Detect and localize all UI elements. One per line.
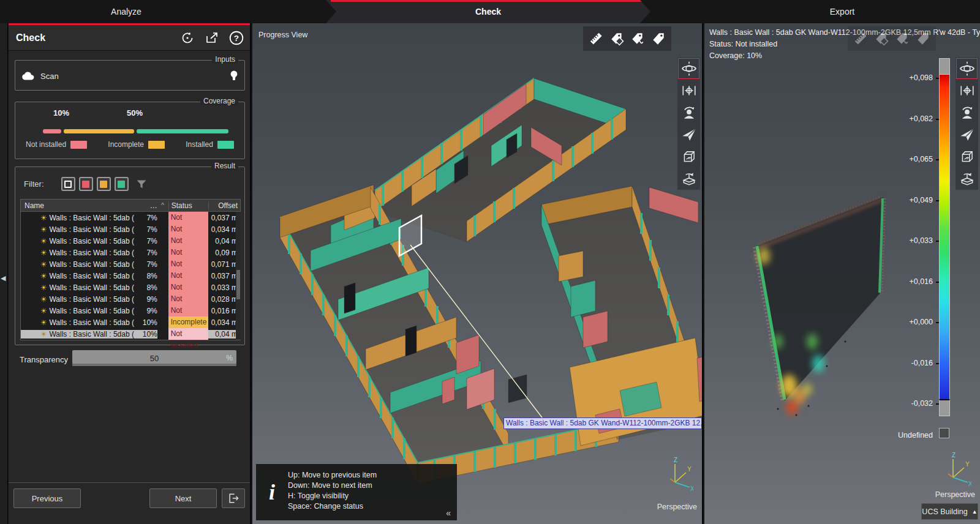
undefined-swatch[interactable]	[939, 428, 949, 438]
detail-view-3d[interactable]: Walls : Basic Wall : 5dab GK Wand-W112-1…	[704, 23, 980, 524]
annotation-toolbar-disabled	[848, 26, 936, 51]
tag-remove-icon[interactable]	[609, 31, 625, 47]
table-scrollbar[interactable]	[236, 212, 241, 340]
column-offset[interactable]: Offset	[208, 201, 240, 210]
transparency-slider[interactable]: 50 %	[72, 350, 236, 366]
pan-tool-button[interactable]	[956, 80, 978, 102]
ucs-selector-label: UCS Building	[922, 507, 967, 516]
projection-mode-label[interactable]: Perspective	[935, 490, 975, 499]
svg-text:Z: Z	[674, 457, 677, 463]
footer-divider	[9, 482, 250, 483]
column-status[interactable]: Status	[168, 201, 209, 210]
offset-color-scale	[939, 58, 950, 416]
filter-checkbox-incomplete[interactable]	[97, 177, 111, 191]
tag-remove-icon[interactable]	[873, 31, 889, 47]
bulb-icon[interactable]	[230, 70, 238, 82]
ucs-dropdown-arrow-icon: ▲	[972, 509, 978, 515]
previous-button[interactable]: Previous	[13, 488, 81, 508]
undefined-label: Undefined	[896, 431, 933, 440]
measure-icon[interactable]	[853, 31, 869, 47]
scale-tick-label: -0,032	[896, 399, 933, 408]
result-table-header[interactable]: Name … ^ Status Offset	[21, 200, 240, 212]
table-row[interactable]: ☀Walls : Basic Wall : 5dab (7%Not instal…	[21, 212, 240, 223]
table-row[interactable]: ☀Walls : Basic Wall : 5dab (10%Not insta…	[21, 328, 240, 340]
scale-tick-label: +0,082	[896, 114, 933, 123]
turntable-tool-button[interactable]	[956, 168, 978, 190]
table-row[interactable]: ☀Walls : Basic Wall : 5dab (10%Incomplet…	[21, 316, 240, 328]
panel-collapse-rail: ◀	[0, 23, 8, 524]
panel-title: Check	[16, 32, 45, 43]
scan-input-row[interactable]: Scan	[21, 67, 238, 85]
sort-ascending-icon[interactable]: ^	[157, 202, 168, 209]
tab-export[interactable]: Export	[704, 0, 980, 23]
next-button[interactable]: Next	[149, 488, 217, 508]
table-row[interactable]: ☀Walls : Basic Wall : 5dab (8%Not instal…	[21, 282, 240, 293]
view-cube-tool-button[interactable]	[956, 146, 978, 168]
table-row[interactable]: ☀Walls : Basic Wall : 5dab (7%Not instal…	[21, 258, 240, 270]
selected-wall-highlight[interactable]	[399, 215, 421, 256]
shortcut-line: Up: Move to previous item	[288, 470, 377, 481]
pan-tool-button[interactable]	[677, 80, 700, 102]
fly-tool-button[interactable]	[956, 124, 978, 146]
tag-wave-icon[interactable]	[894, 31, 910, 47]
sun-visibility-icon: ☀	[40, 260, 47, 269]
table-row[interactable]: ☀Walls : Basic Wall : 5dab (7%Not instal…	[21, 235, 240, 247]
table-row[interactable]: ☀Walls : Basic Wall : 5dab (7%Not instal…	[21, 223, 240, 235]
orbit-tool-button[interactable]	[956, 58, 978, 80]
coverage-slider-segment-incomplete[interactable]	[64, 129, 134, 133]
shortcut-line: Down: Move to next item	[288, 481, 377, 491]
status-badge: Not installed	[168, 293, 209, 305]
status-badge: Not installed	[168, 235, 209, 247]
view-cube-tool-button[interactable]	[677, 146, 700, 168]
sun-visibility-icon: ☀	[40, 237, 47, 245]
coverage-slider-segment-not-installed[interactable]	[43, 129, 61, 133]
filter-checkbox-all[interactable]	[61, 177, 75, 191]
coverage-threshold-low: 10%	[53, 108, 69, 118]
orbit-tool-button[interactable]	[677, 58, 700, 80]
scale-tick-mark	[936, 241, 939, 242]
tab-analyze[interactable]: Analyze	[0, 0, 252, 23]
check-panel: Check ? Inputs	[9, 23, 251, 524]
turntable-tool-button[interactable]	[677, 168, 700, 190]
progress-view-3d[interactable]: Progress View	[252, 23, 703, 524]
first-person-tool-button[interactable]	[677, 102, 700, 124]
exit-check-button[interactable]	[222, 488, 245, 508]
collapse-left-icon[interactable]: ◀	[1, 274, 6, 282]
transparency-label: Transparency	[20, 355, 68, 364]
help-icon[interactable]: ?	[228, 29, 245, 47]
tag-icon[interactable]	[650, 31, 666, 47]
filter-checkbox-installed[interactable]	[115, 177, 129, 191]
svg-text:Y: Y	[687, 466, 692, 473]
chevron-collapse-icon[interactable]: «	[446, 508, 451, 518]
filter-checkbox-not-installed[interactable]	[79, 177, 93, 191]
column-name[interactable]: Name	[21, 201, 135, 210]
coverage-slider-segment-installed[interactable]	[137, 129, 228, 133]
table-row[interactable]: ☀Walls : Basic Wall : 5dab (8%Not instal…	[21, 270, 240, 282]
result-table-body: ☀Walls : Basic Wall : 5dab (7%Not instal…	[21, 212, 240, 340]
scale-tick-mark	[936, 78, 939, 79]
sun-visibility-icon: ☀	[40, 283, 47, 292]
tag-wave-icon[interactable]	[630, 31, 646, 47]
tag-icon[interactable]	[915, 31, 931, 47]
filter-funnel-icon[interactable]	[135, 178, 148, 191]
status-badge: Not installed	[168, 212, 209, 223]
scale-tick-label: +0,033	[896, 236, 933, 245]
open-external-view-icon[interactable]	[203, 29, 221, 47]
table-scrollbar-thumb[interactable]	[236, 270, 240, 299]
axis-gizmo: Z Y X	[943, 452, 971, 486]
status-badge: Incomplete	[168, 316, 209, 328]
first-person-tool-button[interactable]	[956, 102, 978, 124]
status-badge: Not installed	[168, 328, 209, 340]
table-row[interactable]: ☀Walls : Basic Wall : 5dab (9%Not instal…	[21, 293, 240, 305]
tab-check[interactable]: Check	[326, 0, 650, 23]
measure-icon[interactable]	[588, 31, 604, 47]
fly-tool-button[interactable]	[677, 124, 700, 146]
column-coverage[interactable]: …	[135, 201, 157, 210]
projection-mode-label[interactable]: Perspective	[657, 503, 697, 511]
ucs-selector-button[interactable]: UCS Building ▲	[921, 503, 978, 520]
table-row[interactable]: ☀Walls : Basic Wall : 5dab (9%Not instal…	[21, 305, 240, 316]
history-reset-icon[interactable]	[179, 29, 196, 47]
status-badge: Not installed	[168, 258, 209, 270]
table-row[interactable]: ☀Walls : Basic Wall : 5dab (7%Not instal…	[21, 247, 240, 258]
scale-tick-label: +0,049	[896, 196, 933, 204]
